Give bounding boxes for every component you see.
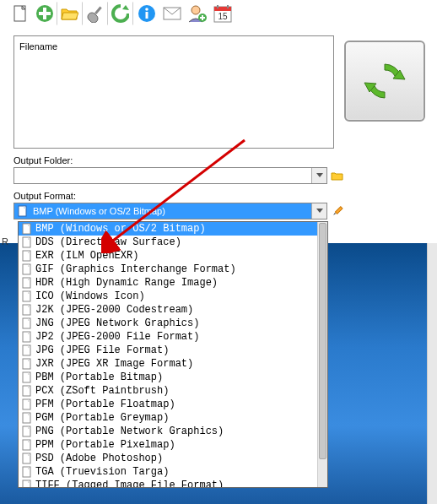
format-dropdown: BMP (Windows or OS/2 Bitmap)DDS (DirectD…: [18, 221, 328, 488]
chevron-down-icon: [311, 168, 326, 183]
svg-rect-18: [227, 5, 229, 8]
browse-folder-button[interactable]: [331, 169, 344, 182]
calendar-button[interactable]: 15: [211, 2, 235, 25]
svg-point-11: [192, 6, 200, 14]
svg-marker-19: [316, 173, 323, 177]
file-icon: [22, 317, 32, 329]
svg-marker-22: [316, 209, 323, 213]
format-option[interactable]: PSD (Adobe Photoshop): [19, 452, 317, 465]
svg-marker-24: [333, 213, 336, 215]
svg-rect-4: [39, 12, 51, 15]
new-file-button[interactable]: [8, 2, 32, 25]
output-format-value: BMP (Windows or OS/2 Bitmap): [14, 206, 165, 216]
format-option[interactable]: EXR (ILM OpenEXR): [19, 249, 317, 263]
format-option[interactable]: PGM (Portable Greymap): [19, 411, 317, 425]
convert-button[interactable]: [344, 41, 425, 122]
file-icon: [22, 223, 32, 235]
format-option-label: PBM (Portable Bitmap): [35, 371, 163, 383]
format-option-label: PFM (Portable Floatmap): [35, 398, 175, 410]
dropdown-scrollbar[interactable]: [317, 222, 327, 487]
refresh-button[interactable]: [110, 2, 133, 25]
format-option-label: J2K (JPEG-2000 Codestream): [35, 304, 193, 316]
svg-rect-5: [94, 7, 102, 15]
format-option[interactable]: HDR (High Dynamic Range Image): [19, 276, 317, 290]
format-option[interactable]: GIF (Graphics Interchange Format): [19, 263, 317, 276]
format-option[interactable]: PCX (ZSoft Paintbrush): [19, 384, 317, 398]
file-icon: [22, 412, 32, 424]
file-icon: [22, 236, 32, 248]
file-icon: [22, 344, 32, 356]
file-icon: [22, 250, 32, 262]
file-icon: [22, 466, 32, 478]
format-option[interactable]: ICO (Windows Icon): [19, 290, 317, 303]
format-option[interactable]: JPG (JPEG File Format): [19, 344, 317, 357]
settings-button[interactable]: [84, 2, 108, 25]
format-option[interactable]: TGA (Truevision Targa): [19, 465, 317, 479]
format-option-label: ICO (Windows Icon): [35, 290, 145, 302]
svg-marker-6: [122, 5, 129, 10]
output-folder-label: Output Folder:: [13, 155, 424, 165]
file-list[interactable]: Filename: [13, 35, 334, 149]
calendar-day: 15: [218, 12, 228, 21]
file-icon: [22, 277, 32, 289]
scrollbar-thumb[interactable]: [319, 223, 326, 459]
add-user-button[interactable]: [186, 2, 209, 25]
format-dropdown-list[interactable]: BMP (Windows or OS/2 Bitmap)DDS (DirectD…: [19, 222, 317, 487]
edit-format-button[interactable]: [331, 204, 344, 218]
file-icon: [22, 439, 32, 451]
output-format-combo[interactable]: BMP (Windows or OS/2 Bitmap): [13, 203, 327, 219]
format-option-label: BMP (Windows or OS/2 Bitmap): [35, 223, 206, 235]
output-folder-combo[interactable]: [13, 167, 327, 184]
format-option[interactable]: BMP (Windows or OS/2 Bitmap): [19, 222, 317, 236]
output-format-label: Output Format:: [13, 191, 424, 201]
file-icon: [22, 263, 32, 275]
file-icon: [22, 398, 32, 410]
svg-rect-14: [200, 17, 205, 19]
file-icon: [17, 205, 29, 217]
format-option-label: PNG (Portable Network Graphics): [35, 425, 224, 437]
file-icon: [22, 480, 32, 487]
format-option[interactable]: DDS (DirectDraw Surface): [19, 236, 317, 249]
add-button[interactable]: [34, 2, 57, 25]
side-letter: R: [0, 236, 8, 247]
format-option-label: DDS (DirectDraw Surface): [35, 236, 181, 248]
format-option[interactable]: PBM (Portable Bitmap): [19, 371, 317, 384]
file-list-header: Filename: [16, 38, 332, 55]
svg-rect-65: [23, 480, 30, 487]
mail-button[interactable]: [160, 2, 184, 25]
format-option[interactable]: JXR (JPEG XR Image Format): [19, 357, 317, 371]
format-option-label: PSD (Adobe Photoshop): [35, 453, 163, 464]
file-icon: [22, 304, 32, 316]
format-option-label: GIF (Graphics Interchange Format): [35, 263, 236, 275]
right-scrollbar[interactable]: [427, 243, 437, 504]
open-folder-button[interactable]: [59, 2, 83, 25]
format-option-label: TIFF (Tagged Image File Format): [35, 480, 224, 487]
chevron-down-icon: [311, 203, 326, 219]
format-option-label: HDR (High Dynamic Range Image): [35, 277, 218, 289]
file-icon: [22, 358, 32, 370]
format-option[interactable]: JP2 (JPEG-2000 File Format): [19, 330, 317, 344]
file-icon: [22, 331, 32, 343]
format-option[interactable]: PNG (Portable Network Graphics): [19, 425, 317, 438]
svg-rect-8: [146, 12, 148, 19]
file-icon: [22, 290, 32, 302]
format-option[interactable]: PPM (Portable Pixelmap): [19, 438, 317, 452]
svg-point-9: [145, 8, 148, 11]
format-option-label: JP2 (JPEG-2000 File Format): [35, 331, 199, 343]
format-option-label: JNG (JPEG Network Graphics): [35, 317, 199, 329]
format-option-label: PCX (ZSoft Paintbrush): [35, 385, 169, 397]
info-button[interactable]: [135, 2, 159, 25]
file-icon: [22, 425, 32, 437]
svg-rect-23: [335, 207, 342, 214]
format-option[interactable]: JNG (JPEG Network Graphics): [19, 317, 317, 330]
format-option[interactable]: TIFF (Tagged Image File Format): [19, 479, 317, 487]
svg-rect-17: [217, 5, 218, 8]
format-option-label: JPG (JPEG File Format): [35, 344, 169, 356]
format-option-label: PPM (Portable Pixelmap): [35, 439, 175, 451]
format-option-label: EXR (ILM OpenEXR): [35, 250, 138, 262]
format-option-label: PGM (Portable Greymap): [35, 412, 169, 424]
refresh-icon: [361, 57, 408, 105]
file-icon: [22, 385, 32, 397]
format-option[interactable]: PFM (Portable Floatmap): [19, 398, 317, 411]
format-option[interactable]: J2K (JPEG-2000 Codestream): [19, 303, 317, 317]
